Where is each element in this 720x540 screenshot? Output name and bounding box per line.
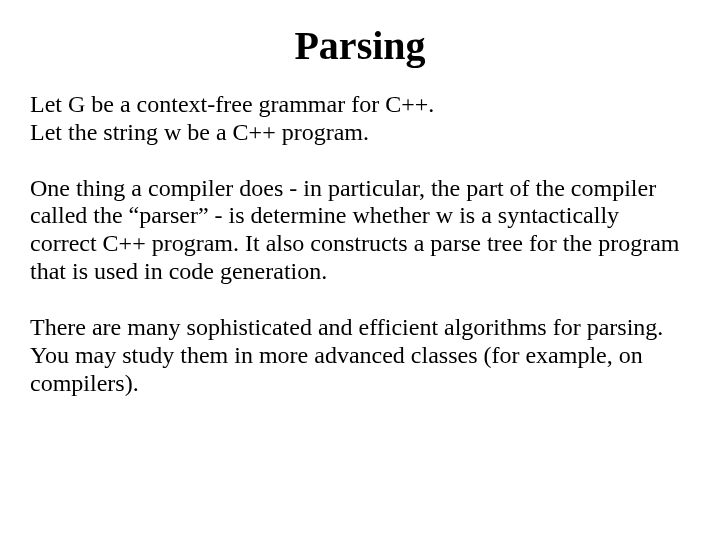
slide: Parsing Let G be a context-free grammar … bbox=[0, 0, 720, 540]
paragraph-1-line-2: Let the string w be a C++ program. bbox=[30, 119, 369, 145]
paragraph-2: One thing a compiler does - in particula… bbox=[30, 175, 690, 286]
slide-title: Parsing bbox=[30, 22, 690, 69]
paragraph-3: There are many sophisticated and efficie… bbox=[30, 314, 690, 397]
paragraph-1-line-1: Let G be a context-free grammar for C++. bbox=[30, 91, 434, 117]
slide-body: Let G be a context-free grammar for C++.… bbox=[30, 91, 690, 397]
paragraph-1: Let G be a context-free grammar for C++.… bbox=[30, 91, 690, 147]
